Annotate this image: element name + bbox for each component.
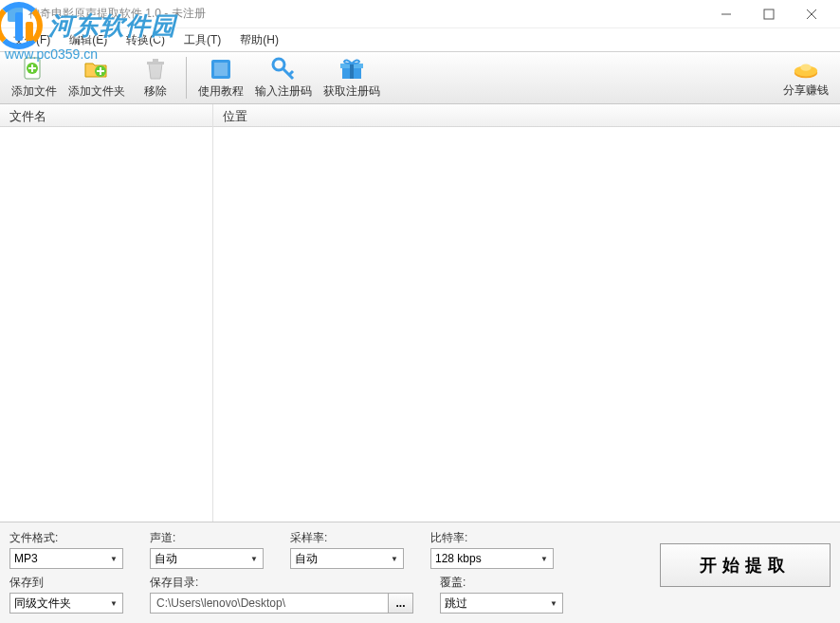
menu-file[interactable]: 文件(F) <box>4 29 60 51</box>
bitrate-label: 比特率: <box>430 530 554 546</box>
close-button[interactable] <box>790 1 832 27</box>
saveto-select[interactable]: 同级文件夹 <box>9 593 123 614</box>
minimize-button[interactable] <box>704 1 747 27</box>
saveto-label: 保存到 <box>9 575 123 591</box>
svg-rect-1 <box>764 9 774 19</box>
add-file-button[interactable]: 添加文件 <box>6 54 63 101</box>
get-code-button[interactable]: 获取注册码 <box>318 54 386 101</box>
enter-code-button[interactable]: 输入注册码 <box>249 54 318 101</box>
settings-panel: 文件格式: MP3 声道: 自动 采样率: 自动 比特率: 128 kbps 保… <box>0 522 840 623</box>
add-folder-button[interactable]: 添加文件夹 <box>63 54 131 101</box>
savedir-label: 保存目录: <box>150 575 413 591</box>
share-button[interactable]: 分享赚钱 <box>777 54 834 101</box>
samplerate-select[interactable]: 自动 <box>290 548 404 569</box>
menu-help[interactable]: 帮助(H) <box>230 29 288 51</box>
remove-button[interactable]: 移除 <box>131 54 180 101</box>
svg-rect-12 <box>153 59 158 62</box>
toolbar: 添加文件 添加文件夹 移除 使用教程 输入注册码 获取注册码 分 <box>0 51 840 104</box>
savedir-input[interactable]: C:\Users\lenovo\Desktop\ <box>150 593 389 614</box>
add-file-icon <box>21 56 47 82</box>
svg-rect-19 <box>350 64 354 79</box>
add-folder-icon <box>83 56 110 82</box>
app-icon <box>8 7 23 22</box>
start-extract-button[interactable]: 开始提取 <box>660 543 831 587</box>
key-icon <box>270 56 297 82</box>
column-filename-header[interactable]: 文件名 <box>0 104 212 127</box>
column-location-header[interactable]: 位置 <box>213 104 840 127</box>
ingot-icon <box>793 57 819 82</box>
remove-icon <box>142 56 169 82</box>
channel-label: 声道: <box>150 530 264 546</box>
svg-line-16 <box>289 71 293 75</box>
menu-tools[interactable]: 工具(T) <box>174 29 230 51</box>
book-icon <box>208 56 234 82</box>
samplerate-label: 采样率: <box>290 530 404 546</box>
tutorial-button[interactable]: 使用教程 <box>192 54 249 101</box>
titlebar: 神奇电影原声提取软件 1.0 - 未注册 <box>0 0 840 28</box>
browse-button[interactable]: ... <box>389 593 413 614</box>
overwrite-select[interactable]: 跳过 <box>440 593 563 614</box>
svg-rect-11 <box>147 62 164 64</box>
window-title: 神奇电影原声提取软件 1.0 - 未注册 <box>28 6 704 22</box>
menu-edit[interactable]: 编辑(E) <box>60 29 117 51</box>
toolbar-separator <box>186 57 187 99</box>
bitrate-select[interactable]: 128 kbps <box>430 548 554 569</box>
svg-rect-13 <box>214 63 228 76</box>
gift-icon <box>338 56 365 82</box>
channel-select[interactable]: 自动 <box>150 548 264 569</box>
maximize-button[interactable] <box>747 1 790 27</box>
menubar: 文件(F) 编辑(E) 转换(C) 工具(T) 帮助(H) <box>0 28 840 51</box>
svg-point-22 <box>800 64 811 70</box>
overwrite-label: 覆盖: <box>440 575 563 591</box>
file-list-area: 文件名 位置 <box>0 104 840 522</box>
format-label: 文件格式: <box>9 530 123 546</box>
format-select[interactable]: MP3 <box>9 548 123 569</box>
menu-convert[interactable]: 转换(C) <box>117 29 174 51</box>
